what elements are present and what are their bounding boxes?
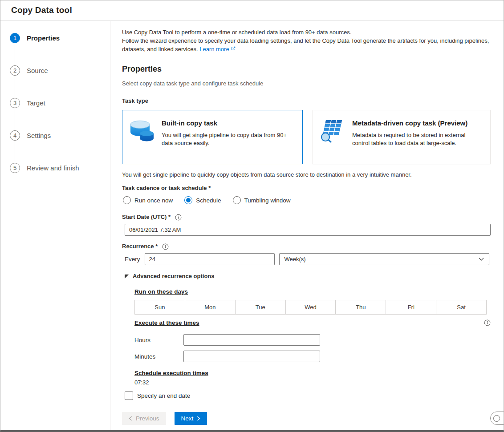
radio-circle (123, 196, 131, 204)
execution-time-value: 07:32 (134, 379, 496, 386)
step-label: Source (27, 67, 48, 74)
weekday-fri[interactable]: Fri (386, 300, 436, 314)
hours-row: Hours (134, 334, 496, 346)
weekday-sun[interactable]: Sun (135, 300, 185, 314)
card-description: Metadata is required to be stored in ext… (352, 131, 483, 147)
info-icon[interactable] (162, 243, 169, 250)
minutes-row: Minutes (134, 351, 496, 362)
frequency-selected-value: Week(s) (285, 256, 306, 262)
advanced-recurrence-panel: Run on these days Sun Mon Tue Wed Thu Fr… (134, 280, 496, 386)
wizard-steps: 1 Properties 2 Source 3 Target 4 Setting… (0, 21, 110, 173)
copy-data-tool-window: Copy Data tool 1 Properties 2 Source 3 T… (0, 0, 504, 432)
step-label: Target (27, 99, 45, 107)
minutes-label: Minutes (134, 353, 183, 360)
advanced-recurrence-toggle[interactable]: Advanced recurrence options (125, 273, 496, 280)
info-icon[interactable] (484, 319, 491, 326)
main-content: Use Copy Data Tool to perform a one-time… (111, 21, 504, 406)
radio-circle (233, 196, 241, 204)
every-label: Every (125, 256, 140, 262)
end-date-label: Specify an end date (137, 392, 190, 399)
execute-times-link[interactable]: Execute at these times (134, 319, 199, 327)
cadence-label: Task cadence or task schedule * (122, 185, 496, 192)
start-date-input[interactable] (125, 224, 491, 236)
radio-run-once-now[interactable]: Run once now (123, 196, 173, 204)
app-header: Copy Data tool (0, 0, 504, 20)
radio-tumbling-window[interactable]: Tumbling window (233, 196, 291, 204)
cadence-radio-group: Run once now Schedule Tumbling window (123, 196, 496, 204)
recurrence-interval-row: Every Week(s) (125, 253, 496, 265)
next-button[interactable]: Next (175, 412, 207, 425)
wizard-step-properties[interactable]: 1 Properties (0, 32, 110, 43)
radio-schedule[interactable]: Schedule (184, 196, 221, 204)
recurrence-label-row: Recurrence * (122, 243, 496, 250)
end-date-checkbox-row[interactable]: Specify an end date (125, 392, 496, 400)
chevron-down-icon (479, 258, 484, 261)
step-number-badge: 4 (10, 130, 20, 141)
schedule-execution-times-link[interactable]: Schedule execution times (134, 369, 208, 377)
wizard-step-review[interactable]: 5 Review and finish (0, 162, 110, 173)
learn-more-link[interactable]: Learn more (199, 46, 236, 52)
task-card-metadata-driven[interactable]: Metadata-driven copy task (Preview) Meta… (313, 110, 491, 164)
task-type-label: Task type (122, 97, 496, 105)
intro-line-2: Follow the wizard experience to specify … (122, 37, 489, 52)
section-title: Properties (122, 64, 496, 74)
previous-button-label: Previous (136, 415, 159, 422)
metadata-table-magnifier-icon (320, 118, 345, 158)
weekday-wed[interactable]: Wed (285, 300, 336, 314)
frequency-select[interactable]: Week(s) (279, 253, 489, 265)
weekday-sat[interactable]: Sat (436, 300, 486, 314)
task-type-cards: Built-in copy task You will get single p… (122, 110, 496, 164)
wizard-step-source[interactable]: 2 Source (0, 65, 110, 76)
external-link-icon (229, 46, 236, 51)
recurrence-label: Recurrence * (122, 243, 158, 250)
page-title: Copy Data tool (11, 5, 72, 15)
step-number-badge: 3 (10, 98, 20, 108)
card-title: Built-in copy task (162, 119, 295, 127)
radio-label: Run once now (134, 197, 173, 204)
radio-label: Tumbling window (244, 197, 291, 204)
wizard-step-target[interactable]: 3 Target (0, 97, 110, 108)
card-body: Metadata-driven copy task (Preview) Meta… (352, 118, 483, 158)
weekday-tue[interactable]: Tue (235, 300, 285, 314)
step-number-badge: 1 (10, 33, 20, 43)
weekday-picker: Sun Mon Tue Wed Thu Fri Sat (134, 300, 487, 315)
card-title: Metadata-driven copy task (Preview) (352, 119, 483, 127)
step-label: Properties (27, 34, 60, 42)
chevron-right-icon (197, 416, 200, 421)
caret-expanded-icon (125, 275, 129, 279)
step-number-badge: 5 (10, 163, 20, 173)
step-label: Review and finish (27, 164, 79, 172)
execute-times-row: Execute at these times (134, 319, 491, 327)
run-on-days-link[interactable]: Run on these days (134, 288, 188, 295)
hours-input[interactable] (183, 334, 320, 346)
radio-circle (184, 196, 192, 204)
radio-dot (186, 198, 191, 202)
step-number-badge: 2 (10, 65, 20, 76)
start-date-label: Start Date (UTC) * (122, 214, 171, 221)
card-description: You will get single pipeline to copy dat… (162, 131, 295, 147)
minutes-input[interactable] (183, 351, 320, 362)
end-date-checkbox (125, 392, 133, 400)
section-subtitle: Select copy data task type and configure… (122, 80, 496, 87)
task-card-builtin-copy[interactable]: Built-in copy task You will get single p… (122, 110, 303, 164)
previous-button[interactable]: Previous (122, 412, 166, 425)
card-body: Built-in copy task You will get single p… (162, 118, 295, 158)
intro-line-1: Use Copy Data Tool to perform a one-time… (122, 29, 351, 36)
chevron-left-icon (129, 416, 132, 421)
feedback-icon (493, 415, 500, 422)
wizard-sidebar: 1 Properties 2 Source 3 Target 4 Setting… (0, 21, 110, 430)
radio-label: Schedule (196, 197, 221, 204)
interval-input[interactable] (145, 253, 275, 265)
info-icon[interactable] (175, 214, 182, 221)
wizard-footer: Previous Next (111, 406, 504, 430)
advanced-options-label: Advanced recurrence options (133, 273, 215, 280)
task-note: You will get single pipeline to quickly … (122, 171, 496, 178)
weekday-thu[interactable]: Thu (335, 300, 386, 314)
wizard-step-settings[interactable]: 4 Settings (0, 130, 110, 141)
next-button-label: Next (181, 415, 194, 422)
execution-times-block: Schedule execution times 07:32 (134, 369, 496, 386)
step-label: Settings (27, 132, 51, 139)
feedback-button-partial[interactable] (490, 412, 504, 425)
weekday-mon[interactable]: Mon (185, 300, 235, 314)
copy-data-cylinder-icon (129, 118, 155, 158)
